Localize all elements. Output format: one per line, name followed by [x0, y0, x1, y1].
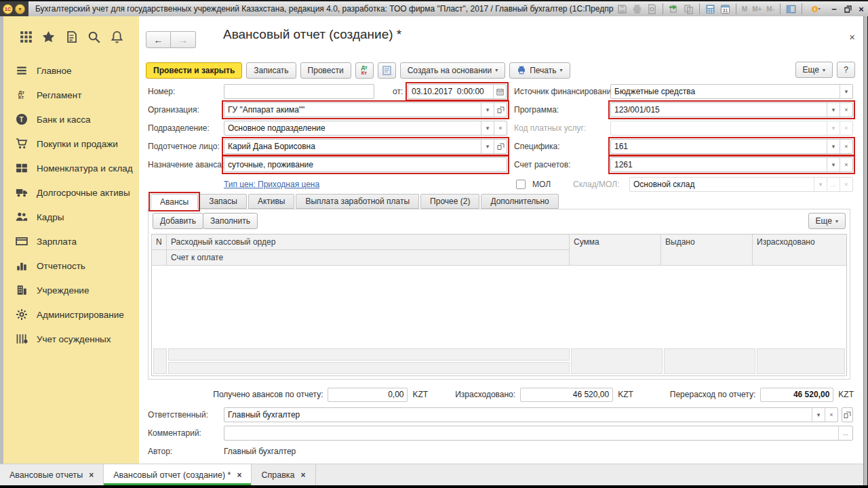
sidebar-item-aktivy[interactable]: Долгосрочные активы — [3, 180, 139, 205]
copy-doc-icon[interactable] — [683, 3, 694, 15]
more-button[interactable]: Еще▾ — [795, 62, 833, 78]
minimize-button[interactable]: − — [827, 3, 841, 15]
sidebar-item-zarplata[interactable]: Зарплата — [3, 229, 139, 253]
print-button[interactable]: Печать▾ — [509, 62, 570, 79]
fill-button[interactable]: Заполнить — [203, 213, 258, 229]
dropdown-icon[interactable]: ▾ — [827, 140, 840, 153]
close-tab-icon[interactable]: × — [237, 470, 241, 480]
clear-icon[interactable]: × — [840, 140, 852, 153]
calendar-icon[interactable]: 31 — [719, 3, 731, 15]
clear-icon[interactable]: × — [494, 121, 507, 135]
split-view-icon[interactable] — [785, 3, 797, 15]
post-and-close-button[interactable]: Провести и закрыть — [146, 62, 242, 79]
open-icon[interactable] — [494, 140, 507, 153]
dropdown-icon[interactable]: ▾ — [481, 140, 494, 153]
notifications-bell-icon[interactable] — [109, 29, 124, 44]
received-total-label: Получено авансов по отчету: — [213, 390, 323, 399]
ellipsis-icon[interactable]: ... — [838, 426, 852, 440]
close-window-button[interactable]: × — [854, 3, 868, 15]
dropdown-icon[interactable]: ▾ — [481, 121, 494, 135]
specifics-input[interactable] — [611, 140, 827, 153]
advance-purpose-input[interactable] — [224, 158, 507, 171]
form-close-icon[interactable]: × — [849, 31, 855, 43]
sections-grid-icon[interactable] — [18, 29, 33, 44]
history-icon[interactable] — [64, 29, 79, 44]
main-menu-button[interactable]: ▾ — [15, 4, 25, 14]
dropdown-icon[interactable]: ▾ — [481, 103, 494, 117]
sidebar-item-administrirovanie[interactable]: Администрирование — [3, 302, 139, 327]
add-row-button[interactable]: Добавить — [153, 213, 203, 229]
memory-m-button[interactable]: M — [741, 5, 748, 13]
post-button[interactable]: Провести — [300, 62, 351, 79]
dropdown-icon[interactable]: ▾ — [827, 103, 840, 117]
info-menu-button[interactable]: i — [807, 3, 825, 15]
sidebar-item-otchetnost[interactable]: Отчетность — [3, 253, 139, 278]
calendar-picker-icon[interactable] — [493, 85, 506, 98]
forward-button[interactable]: → — [171, 31, 196, 48]
sidebar-item-bank-kassa[interactable]: ТБанк и касса — [3, 107, 139, 131]
window-tab-advance-reports[interactable]: Авансовые отчеты× — [0, 464, 104, 485]
advances-table[interactable]: N Расходный кассовый ордерСчет к оплате … — [151, 234, 847, 376]
department-input[interactable] — [224, 121, 481, 135]
tab-zapasy[interactable]: Запасы — [199, 194, 247, 209]
open-icon[interactable] — [494, 103, 507, 117]
sidebar-item-reglament[interactable]: ДтКтРегламент — [3, 83, 139, 107]
create-based-on-button[interactable]: Создать на основании▾ — [400, 62, 506, 79]
dt-kt-postings-button[interactable]: ДтКт — [355, 62, 374, 79]
accountable-person-input[interactable] — [224, 140, 481, 153]
restore-button[interactable] — [841, 3, 854, 15]
tab-avansy[interactable]: Авансы — [151, 194, 198, 209]
tab-vyplata-zp[interactable]: Выплата заработной платы — [296, 194, 419, 209]
settlement-account-input[interactable] — [611, 158, 827, 171]
sidebar-item-nomenklatura[interactable]: Номенклатура и склад — [3, 156, 139, 180]
print-preview-icon[interactable] — [646, 3, 658, 15]
dropdown-icon[interactable]: ▾ — [812, 408, 825, 422]
chevron-down-icon: ▾ — [823, 67, 825, 73]
clear-icon[interactable]: × — [825, 408, 837, 422]
back-button[interactable]: ← — [146, 31, 171, 48]
sidebar-item-glavnoe[interactable]: Главное — [3, 58, 139, 83]
calculator-icon[interactable] — [705, 3, 716, 15]
menu-lines-icon — [15, 64, 28, 77]
program-input[interactable] — [611, 103, 827, 117]
dropdown-icon[interactable]: ▾ — [827, 158, 840, 171]
window-tab-advance-report-create[interactable]: Авансовый отчет (создание) *× — [104, 464, 252, 485]
search-icon[interactable] — [87, 29, 102, 44]
bar-chart-icon — [15, 260, 28, 272]
number-input[interactable] — [224, 85, 374, 98]
responsible-input[interactable] — [224, 408, 812, 422]
send-link-icon[interactable] — [668, 3, 679, 15]
mol-checkbox[interactable] — [516, 180, 526, 189]
print-icon[interactable] — [631, 3, 643, 15]
close-tab-icon[interactable]: × — [301, 470, 306, 480]
warehouse-input[interactable] — [630, 178, 814, 191]
paid-services-code-input[interactable] — [611, 121, 827, 135]
close-tab-icon[interactable]: × — [89, 470, 94, 480]
clear-icon[interactable]: × — [840, 103, 852, 117]
window-tab-help[interactable]: Справка× — [252, 464, 315, 485]
save-button[interactable]: Записать — [246, 62, 296, 79]
comment-input[interactable] — [224, 426, 838, 440]
memory-mminus-button[interactable]: M- — [766, 5, 775, 13]
tab-dopolnitelno[interactable]: Дополнительно — [481, 194, 558, 209]
sidebar-item-kadry[interactable]: Кадры — [3, 205, 139, 229]
column-issued: Выдано — [661, 235, 753, 265]
tab-aktivy[interactable]: Активы — [248, 194, 295, 209]
dropdown-icon[interactable]: ▾ — [840, 85, 852, 98]
clear-icon[interactable]: × — [840, 158, 852, 171]
table-more-button[interactable]: Еще▾ — [808, 213, 846, 229]
sidebar-item-uchrezhdenie[interactable]: Учреждение — [3, 278, 139, 302]
open-responsible-icon[interactable] — [842, 407, 853, 422]
sidebar-item-pokupki[interactable]: Покупки и продажи — [3, 131, 139, 156]
sidebar-item-uchet-osuzhdennyh[interactable]: Учет осужденных — [3, 327, 139, 351]
help-button[interactable]: ? — [837, 62, 855, 78]
report-structure-button[interactable] — [378, 62, 396, 79]
tab-prochee[interactable]: Прочее (2) — [420, 194, 479, 209]
organization-input[interactable] — [224, 103, 481, 117]
save-icon[interactable] — [616, 3, 628, 15]
price-type-link[interactable]: Тип цен: Приходная цена — [224, 177, 319, 192]
funding-source-input[interactable] — [611, 85, 840, 98]
favorites-star-icon[interactable] — [41, 29, 56, 44]
memory-mplus-button[interactable]: M+ — [751, 5, 762, 13]
date-input[interactable] — [408, 85, 493, 98]
